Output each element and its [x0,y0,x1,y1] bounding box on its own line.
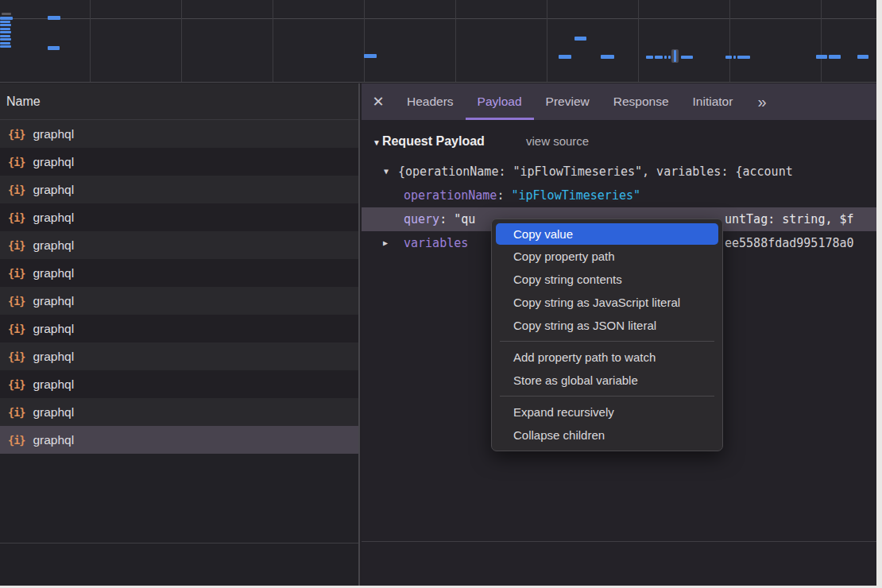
request-timeline-bar[interactable] [0,17,13,20]
request-timeline-bar[interactable] [733,56,736,59]
menu-item-copy-string-contents[interactable]: Copy string contents [492,268,722,291]
menu-separator [500,341,714,342]
json-braces-icon: {i} [8,406,25,419]
expanded-arrow-icon[interactable]: ▼ [384,160,389,184]
chevron-double-right-icon: » [757,93,764,111]
property-value-right: untTag: string, $f [725,207,854,231]
tab-initiator[interactable]: Initiator [681,83,745,120]
request-row[interactable]: {i}graphql [0,259,358,287]
menu-item-collapse-children[interactable]: Collapse children [492,424,722,447]
more-tabs-button[interactable]: » [749,83,772,120]
request-timeline-bar[interactable] [574,37,586,41]
request-row[interactable]: {i}graphql [0,203,358,231]
request-timeline-bar[interactable] [48,16,60,20]
request-timeline-bar[interactable] [725,56,732,59]
request-row[interactable]: {i}graphql [0,287,358,315]
menu-item-expand-recursively[interactable]: Expand recursively [492,400,722,424]
json-braces-icon: {i} [8,323,25,335]
request-row[interactable]: {i}graphql [0,426,358,454]
request-timeline-bar[interactable] [674,50,676,62]
name-column-label: Name [6,95,41,109]
overview-gridline [364,0,365,82]
menu-item-copy-string-as-json-literal[interactable]: Copy string as JSON literal [492,314,722,337]
detail-bottom-divider [362,541,876,542]
request-row[interactable]: {i}graphql [0,231,358,259]
summary-bar-divider [0,543,358,544]
overview-gridline [181,0,182,82]
request-timeline-bar[interactable] [0,38,11,41]
name-column-header[interactable]: Name [0,83,358,120]
request-timeline-bar[interactable] [0,42,10,44]
detail-tab-bar: ✕ HeadersPayloadPreviewResponseInitiator… [362,83,876,120]
request-name: graphql [33,350,74,364]
request-timeline-bar[interactable] [668,56,671,59]
tab-preview[interactable]: Preview [534,83,602,120]
property-key: variables [404,231,468,255]
request-timeline-bar[interactable] [857,55,868,59]
property-key: operationName [404,188,497,203]
json-braces-icon: {i} [8,239,25,252]
menu-item-copy-property-path[interactable]: Copy property path [492,245,722,268]
payload-root-preview: {operationName: "ipFlowTimeseries", vari… [398,160,793,184]
menu-item-copy-string-as-javascript-literal[interactable]: Copy string as JavaScript literal [492,291,722,314]
section-collapse-icon: ▼ [373,138,381,147]
request-name: graphql [33,433,74,447]
property-value-left: : "qu [439,212,475,226]
view-source-link[interactable]: view source [526,134,589,148]
request-timeline-bar[interactable] [0,28,10,30]
request-row[interactable]: {i}graphql [0,148,358,176]
request-name: graphql [33,266,74,280]
close-detail-button[interactable]: ✕ [362,83,395,120]
json-braces-icon: {i} [8,184,25,196]
request-name: graphql [33,294,74,308]
devtools-window: Name {i}graphql{i}graphql{i}graphql{i}gr… [0,0,876,586]
request-row[interactable]: {i}graphql [0,120,358,148]
overview-gridline [455,0,456,82]
request-timeline-bar[interactable] [646,56,653,59]
json-braces-icon: {i} [8,156,25,168]
request-timeline-bar[interactable] [559,55,571,59]
request-timeline-bar[interactable] [2,13,11,15]
request-row[interactable]: {i}graphql [0,370,358,398]
request-timeline-bar[interactable] [0,24,11,26]
property-preview-right: ee5588fdad995178a0 [725,231,854,255]
request-timeline-bar[interactable] [829,55,841,59]
menu-item-copy-value[interactable]: Copy value [496,223,718,245]
request-row[interactable]: {i}graphql [0,176,358,203]
request-timeline-bar[interactable] [0,31,11,33]
request-timeline-bar[interactable] [0,35,10,37]
request-row[interactable]: {i}graphql [0,315,358,342]
request-timeline-bar[interactable] [655,56,663,59]
overview-gridline [638,0,639,82]
request-timeline-bar[interactable] [48,46,60,50]
request-timeline-bar[interactable] [664,56,667,59]
collapsed-arrow-icon[interactable]: ▶ [383,231,388,255]
payload-root-row[interactable]: ▼ {operationName: "ipFlowTimeseries", va… [362,160,876,184]
request-timeline-bar[interactable] [364,54,377,58]
property-key: query [404,212,439,226]
json-braces-icon: {i} [8,267,25,280]
tab-response[interactable]: Response [602,83,681,120]
request-timeline-bar[interactable] [0,45,11,48]
tab-payload[interactable]: Payload [466,83,534,120]
request-timeline-bar[interactable] [0,21,10,23]
overview-gridline [821,0,822,82]
menu-item-store-as-global-variable[interactable]: Store as global variable [492,369,722,392]
tab-headers[interactable]: Headers [395,83,466,120]
request-timeline-bar[interactable] [601,55,614,59]
request-name: graphql [33,377,74,392]
overview-gridline [273,0,273,82]
request-timeline-bar[interactable] [737,56,750,59]
request-name: graphql [33,183,74,197]
request-row[interactable]: {i}graphql [0,398,358,426]
operation-name-row[interactable]: operationName: "ipFlowTimeseries" [362,184,876,207]
json-braces-icon: {i} [8,378,25,391]
menu-item-add-property-path-to-watch[interactable]: Add property path to watch [492,346,722,369]
request-payload-section-header[interactable]: ▼ Request Payload [373,134,485,149]
request-row[interactable]: {i}graphql [0,342,358,370]
request-name: graphql [33,211,74,225]
overview-gridline-horizontal [0,18,876,19]
network-overview[interactable] [0,0,876,83]
request-timeline-bar[interactable] [681,56,693,59]
request-timeline-bar[interactable] [816,55,827,59]
